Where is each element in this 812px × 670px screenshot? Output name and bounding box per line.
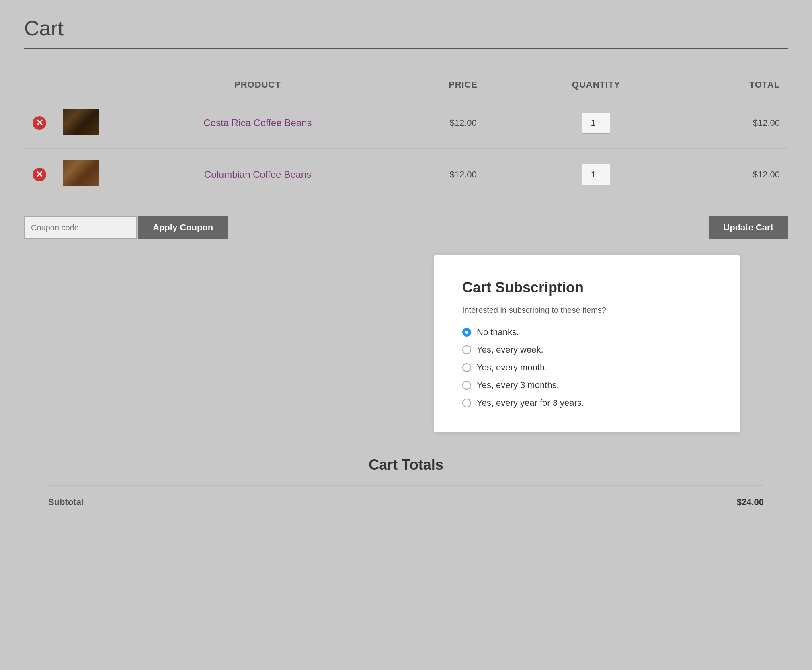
total-header: TOTAL (675, 73, 788, 97)
thumbnail-cell-1 (55, 97, 107, 149)
remove-cell-1: ✕ (24, 97, 55, 149)
subscription-option-every-week[interactable]: Yes, every week. (462, 345, 712, 355)
subscription-option-every-month[interactable]: Yes, every month. (462, 362, 712, 373)
page-title: Cart (24, 16, 788, 40)
subtotal-value: $24.00 (737, 497, 764, 508)
remove-icon-2: ✕ (33, 168, 46, 181)
table-row: ✕ Columbian Coffee Beans $12.00 $12.00 (24, 149, 788, 200)
remove-cell-2: ✕ (24, 149, 55, 200)
radio-label-every-3-months: Yes, every 3 months. (477, 380, 559, 390)
quantity-header: QUANTITY (518, 73, 674, 97)
coupon-input[interactable] (24, 216, 137, 239)
quantity-cell-2 (518, 149, 674, 200)
subscription-option-every-year-3[interactable]: Yes, every year for 3 years. (462, 398, 712, 408)
subscription-radio-group: No thanks. Yes, every week. Yes, every m… (462, 327, 712, 408)
cart-totals-title: Cart Totals (48, 456, 764, 473)
product-name-1[interactable]: Costa Rica Coffee Beans (203, 117, 312, 128)
cart-totals-section: Cart Totals Subtotal $24.00 (24, 456, 788, 519)
product-name-2[interactable]: Columbian Coffee Beans (204, 169, 311, 180)
radio-circle-every-3-months (462, 381, 471, 390)
subscription-option-no-thanks[interactable]: No thanks. (462, 327, 712, 337)
product-name-cell-1: Costa Rica Coffee Beans (107, 97, 408, 149)
table-row: ✕ Costa Rica Coffee Beans $12.00 $12.00 (24, 97, 788, 149)
subscription-panel: Cart Subscription Interested in subscrib… (434, 255, 740, 432)
coupon-row: Apply Coupon Update Cart (24, 216, 788, 239)
radio-label-every-month: Yes, every month. (477, 362, 547, 373)
radio-label-every-week: Yes, every week. (477, 345, 543, 355)
radio-circle-no-thanks (462, 328, 471, 337)
price-cell-1: $12.00 (408, 97, 518, 149)
radio-circle-every-year-3 (462, 399, 471, 407)
remove-icon-1: ✕ (33, 116, 46, 130)
subtotal-label: Subtotal (48, 497, 84, 508)
price-cell-2: $12.00 (408, 149, 518, 200)
coupon-left: Apply Coupon (24, 216, 228, 239)
subscription-title: Cart Subscription (462, 279, 712, 296)
cart-table: PRODUCT PRICE QUANTITY TOTAL ✕ Costa Ric… (24, 73, 788, 200)
product-header: PRODUCT (107, 73, 408, 97)
page-container: Cart PRODUCT PRICE QUANTITY TOTAL ✕ (0, 0, 812, 535)
subscription-description: Interested in subscribing to these items… (462, 306, 712, 315)
quantity-input-1[interactable] (582, 113, 610, 134)
radio-circle-every-week (462, 345, 471, 354)
remove-item-2-button[interactable]: ✕ (32, 167, 47, 182)
total-cell-1: $12.00 (675, 97, 788, 149)
product-name-cell-2: Columbian Coffee Beans (107, 149, 408, 200)
subtotal-row: Subtotal $24.00 (48, 485, 764, 519)
update-cart-button[interactable]: Update Cart (709, 216, 788, 239)
radio-label-every-year-3: Yes, every year for 3 years. (477, 398, 584, 408)
page-divider (24, 48, 788, 49)
radio-label-no-thanks: No thanks. (477, 327, 519, 337)
subscription-option-every-3-months[interactable]: Yes, every 3 months. (462, 380, 712, 390)
remove-col-header (24, 73, 107, 97)
product-thumbnail-2 (63, 160, 99, 186)
quantity-input-2[interactable] (582, 164, 610, 185)
price-header: PRICE (408, 73, 518, 97)
product-thumbnail-1 (63, 109, 99, 135)
thumbnail-cell-2 (55, 149, 107, 200)
quantity-cell-1 (518, 97, 674, 149)
apply-coupon-button[interactable]: Apply Coupon (138, 216, 228, 239)
remove-item-1-button[interactable]: ✕ (32, 116, 47, 130)
total-cell-2: $12.00 (675, 149, 788, 200)
radio-circle-every-month (462, 363, 471, 372)
